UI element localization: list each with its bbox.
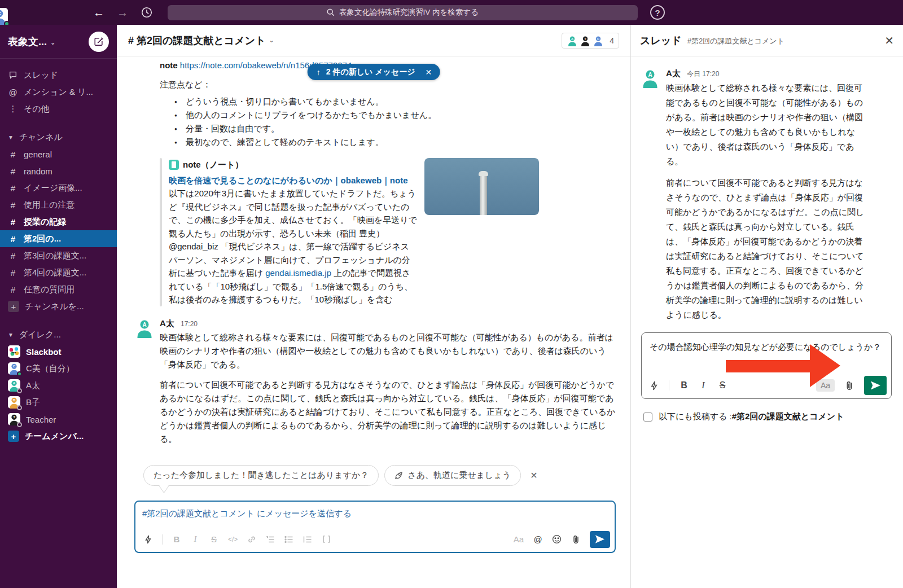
suggestion-chip-joined[interactable]: たった今参加しました！聞き逃したことはありますか？ <box>143 465 379 486</box>
up-arrow-icon: ↑ <box>317 68 321 77</box>
sidebar-channel-image[interactable]: #イメージ画像... <box>0 179 117 196</box>
suggestion-chip-rocket[interactable]: さあ、軌道に乗せましょう <box>384 465 521 486</box>
history-clock-icon[interactable] <box>141 6 153 19</box>
sidebar-channel-session4[interactable]: #第4回の課題文... <box>0 264 117 281</box>
channel-members-button[interactable]: A T C 4 <box>562 33 619 49</box>
message-row: A A太 17:20 映画体験として総称される様々な要素には、回復可能であるもの… <box>134 318 616 446</box>
card-title-link[interactable]: 映画を倍速で見ることのなにがわるいのか｜obakeweb｜note <box>169 174 417 187</box>
link-icon[interactable] <box>247 535 256 544</box>
message-paragraph: 映画体験として総称される様々な要素には、回復可能であるものと回復不可能な（可能性… <box>160 331 616 371</box>
message-list: ↑ 2 件の新しい メッセージ ✕ note https://note.com/… <box>117 56 630 588</box>
sidebar-item-mentions[interactable]: @ メンション & リ... <box>0 84 117 100</box>
slackbot-avatar <box>8 345 20 358</box>
sidebar-channel-random[interactable]: #random <box>0 163 117 179</box>
italic-icon[interactable]: I <box>191 534 200 544</box>
shortcuts-lightning-icon[interactable] <box>650 381 659 390</box>
sidebar-channel-session3[interactable]: #第3回の課題文... <box>0 247 117 264</box>
hash-icon: # <box>8 183 18 193</box>
strikethrough-icon[interactable]: S <box>209 534 218 544</box>
sidebar-channel-usage-notes[interactable]: #使用上の注意 <box>0 196 117 213</box>
history-forward-icon[interactable]: → <box>117 6 128 19</box>
thread-reply-input[interactable]: その場合認知心理学の知見などが必要になるのでしょうか？ <box>642 333 891 354</box>
code-block-icon[interactable] <box>322 535 331 543</box>
new-messages-banner[interactable]: ↑ 2 件の新しい メッセージ ✕ <box>308 64 440 80</box>
blockquote-icon[interactable] <box>303 536 312 543</box>
thread-channel-name[interactable]: #第2回の課題文献とコメント <box>687 36 784 46</box>
attachment-icon[interactable] <box>571 534 580 544</box>
history-back-icon[interactable]: ← <box>93 6 104 19</box>
thread-header: スレッド #第2回の課題文献とコメント ✕ <box>631 25 903 56</box>
note-service-icon <box>169 160 179 170</box>
toolbar-divider <box>162 534 163 545</box>
sidebar-channel-general[interactable]: #general <box>0 146 117 163</box>
thread-close-icon[interactable]: ✕ <box>884 34 894 47</box>
chips-close-icon[interactable]: ✕ <box>530 470 537 481</box>
add-channel-button[interactable]: +チャンネルを... <box>0 298 117 315</box>
svg-text:A: A <box>648 72 652 78</box>
workspace-name[interactable]: 表象文... <box>8 35 47 49</box>
ordered-list-icon[interactable] <box>266 536 275 543</box>
reply-toolbar: B I S Aa <box>642 372 891 398</box>
presence-offline-dot <box>17 405 22 410</box>
banner-close-icon[interactable]: ✕ <box>426 68 432 77</box>
code-icon[interactable]: </> <box>228 536 238 543</box>
member-avatar: T <box>580 35 591 46</box>
text-format-icon[interactable]: Aa <box>514 534 524 544</box>
channel-title[interactable]: # 第2回の課題文献とコメント <box>128 34 266 47</box>
sidebar-channel-class-records[interactable]: #授業の記録 <box>0 213 117 230</box>
sidebar-item-more[interactable]: ⋮ その他 <box>0 100 117 117</box>
text-format-icon[interactable]: Aa <box>816 379 835 392</box>
sidebar-channel-session2-selected[interactable]: #第2回の... <box>0 230 117 247</box>
hash-icon: # <box>8 268 18 278</box>
tower-photo-shape <box>480 175 487 215</box>
sidebar-channel-questions[interactable]: #任意の質問用 <box>0 281 117 298</box>
bullet-list-icon[interactable] <box>284 536 293 543</box>
search-bar[interactable]: 表象文化論特殊研究演習IV 内を検索する <box>168 5 638 20</box>
sidebar-dm-ata[interactable]: A A太 <box>0 377 117 394</box>
help-icon[interactable]: ? <box>650 5 665 20</box>
invite-teammates-button[interactable]: + チームメンバ... <box>0 428 117 445</box>
strikethrough-icon[interactable]: S <box>718 380 727 390</box>
section-triangle-icon: ▼ <box>8 332 14 338</box>
message-author-avatar[interactable]: A <box>134 318 155 338</box>
bold-icon[interactable]: B <box>172 534 181 544</box>
sidebar-dm-slackbot[interactable]: Slackbot <box>0 343 117 360</box>
send-button[interactable] <box>590 531 610 548</box>
message-input[interactable] <box>142 508 602 518</box>
user-avatar[interactable]: C <box>0 8 8 25</box>
sidebar-dm-cmi[interactable]: C C美（自分） <box>0 360 117 377</box>
bold-icon[interactable]: B <box>680 380 689 390</box>
reply-send-button[interactable] <box>864 376 887 395</box>
message-author-avatar[interactable]: A <box>640 68 660 88</box>
thread-reply-composer[interactable]: その場合認知心理学の知見などが必要になるのでしょうか？ B I S Aa <box>641 332 892 399</box>
member-avatar: A <box>567 35 578 46</box>
message-author[interactable]: A太 <box>160 318 174 328</box>
message-author[interactable]: A太 <box>666 68 681 78</box>
new-message-button[interactable] <box>89 32 109 52</box>
attachment-icon[interactable] <box>845 380 854 390</box>
bullet-item: 他の人のコメントにリプライをつけるかたちでもかまいません。 <box>173 108 616 122</box>
top-bar: ← → 表象文化論特殊研究演習IV 内を検索する ? C <box>0 0 903 25</box>
svg-text:C: C <box>597 37 599 40</box>
mention-icon[interactable]: @ <box>533 534 542 544</box>
svg-text:C: C <box>13 364 16 368</box>
emoji-icon[interactable] <box>552 534 562 544</box>
sidebar-dm-bko[interactable]: B B子 <box>0 394 117 411</box>
also-send-checkbox[interactable] <box>643 413 652 422</box>
card-thumbnail-image[interactable] <box>424 158 539 215</box>
gendai-link[interactable]: gendai.ismedia.jp <box>265 268 331 278</box>
svg-text:B: B <box>13 398 16 402</box>
italic-icon[interactable]: I <box>699 380 708 390</box>
channel-header: # 第2回の課題文献とコメント ⌄ A T C 4 <box>117 25 630 56</box>
shortcuts-lightning-icon[interactable] <box>143 535 152 544</box>
sidebar-item-threads[interactable]: スレッド <box>0 67 117 84</box>
message-timestamp[interactable]: 17:20 <box>181 320 198 328</box>
sidebar-dm-teacher[interactable]: T Teacher <box>0 411 117 428</box>
message-timestamp[interactable]: 今日 17:20 <box>687 70 719 78</box>
dms-section-header[interactable]: ▼ ダイレク... <box>0 326 117 343</box>
member-avatar: C <box>593 35 604 46</box>
also-send-label: 以下にも投稿する :#第2回の課題文献とコメント <box>659 411 844 422</box>
hash-icon: # <box>8 251 18 261</box>
channels-section-header[interactable]: ▼ チャンネル <box>0 129 117 146</box>
member-count: 4 <box>610 36 614 45</box>
